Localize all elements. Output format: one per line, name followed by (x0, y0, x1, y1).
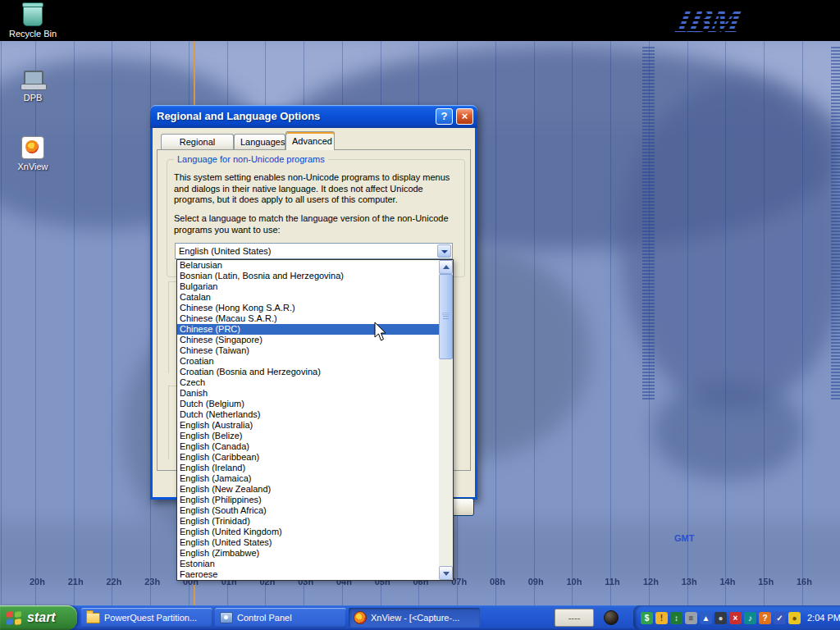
dropdown-item[interactable]: Chinese (Singapore) (177, 335, 439, 345)
list-scrollbar[interactable] (439, 260, 453, 580)
tray-icon-app-dark[interactable]: ● (714, 612, 727, 624)
tray-icon-alert-shield[interactable]: ! (655, 612, 668, 624)
dropdown-item[interactable]: English (United Kingdom) (177, 527, 439, 537)
xnview-icon (21, 136, 44, 159)
desktop: GMT 20h21h22h23h00h01h02h03h04h05h06h07h… (0, 0, 840, 630)
tray-icon-mute[interactable]: × (729, 612, 742, 624)
tray-icon-network[interactable]: ▲ (700, 612, 712, 624)
taskbar-button-control-panel[interactable]: Control Panel (215, 608, 346, 628)
hidden-groupbox-edge (168, 281, 169, 373)
language-combobox[interactable]: English (United States) (175, 243, 453, 259)
start-button-label: start (27, 610, 56, 625)
wallpaper-top-strip: IBM (0, 0, 840, 41)
taskbar-button-label: Control Panel (237, 613, 292, 623)
control-panel-icon (220, 612, 233, 623)
dialog-titlebar[interactable]: Regional and Language Options ? × (150, 105, 477, 128)
groupbox-caption: Language for non-Unicode programs (174, 154, 328, 164)
timezone-hour-label: 13h (682, 577, 697, 587)
dropdown-item[interactable]: English (New Zealand) (177, 484, 439, 495)
dialog-title: Regional and Language Options (157, 105, 320, 128)
desktop-icon-recycle-bin[interactable]: Recycle Bin (7, 5, 59, 39)
desktop-icon-label: DPB (24, 93, 43, 103)
folder-icon (86, 613, 100, 623)
taskbar-button-xnview[interactable]: XnView - [<Capture-... (349, 608, 480, 628)
non-unicode-description: This system setting enables non-Unicode … (174, 172, 463, 206)
desktop-icon-dpb[interactable]: DPB (7, 71, 59, 103)
desktop-icon-xnview[interactable]: XnView (7, 136, 59, 171)
timezone-hour-label: 15h (758, 577, 774, 587)
system-tray: $!↕≡▲●×♪?✓● 2:04 PM (633, 605, 840, 630)
dropdown-item[interactable]: Czech (177, 377, 439, 388)
dropdown-item[interactable]: Bulgarian (177, 281, 439, 292)
ibm-logo-stripes (673, 2, 772, 39)
dropdown-item[interactable]: English (Canada) (177, 441, 439, 452)
ibm-logo: IBM (673, 2, 772, 39)
tray-icon-currency[interactable]: $ (641, 612, 653, 624)
timezone-hour-label: 11h (605, 577, 619, 587)
desktop-icon-label: XnView (17, 162, 48, 171)
dropdown-item[interactable]: Croatian (177, 356, 439, 367)
dropdown-item[interactable]: English (Australia) (177, 420, 439, 431)
taskbar-button-powerquest[interactable]: PowerQuest Partition... (81, 608, 212, 628)
tray-icon-status[interactable]: ● (788, 612, 801, 624)
dropdown-item[interactable]: Catalan (177, 292, 439, 303)
start-button[interactable]: start (0, 605, 77, 630)
dropdown-item[interactable]: Estonian (177, 559, 439, 569)
dropdown-item[interactable]: Chinese (PRC) (177, 324, 439, 335)
timezone-hour-label: 23h (144, 577, 160, 587)
scrollbar-thumb[interactable] (439, 274, 453, 359)
dropdown-item[interactable]: English (United States) (177, 537, 439, 548)
taskbar-button-label: XnView - [<Capture-... (371, 613, 459, 623)
tray-clock[interactable]: 2:04 PM (807, 613, 840, 623)
recycle-bin-icon (23, 5, 43, 26)
non-unicode-instruction: Select a language to match the language … (174, 213, 463, 235)
tray-icons: $!↕≡▲●×♪?✓● (641, 612, 801, 624)
scroll-down-icon[interactable] (439, 566, 453, 580)
tab-advanced[interactable]: Advanced (285, 131, 335, 150)
tab-languages[interactable]: Languages (234, 134, 285, 150)
dropdown-item[interactable]: Bosnian (Latin, Bosnia and Herzegovina) (177, 271, 439, 281)
dropdown-item[interactable]: English (Jamaica) (177, 473, 439, 484)
timezone-hour-label: 07h (451, 577, 467, 587)
timezone-hour-label: 21h (68, 577, 84, 587)
language-dropdown-list: BelarusianBosnian (Latin, Bosnia and Her… (176, 259, 454, 581)
tray-icon-help-app[interactable]: ? (759, 612, 771, 624)
tray-icon-display[interactable]: ≡ (685, 612, 697, 624)
dropdown-item[interactable]: Chinese (Hong Kong S.A.R.) (177, 303, 439, 313)
xnview-icon (354, 611, 367, 624)
dropdown-item[interactable]: English (Zimbabwe) (177, 548, 439, 559)
dropdown-item[interactable]: Croatian (Bosnia and Herzegovina) (177, 367, 439, 377)
tab-regional-options[interactable]: Regional Options (161, 134, 234, 150)
timezone-hour-label: 20h (30, 577, 45, 587)
dropdown-item[interactable]: Dutch (Belgium) (177, 399, 439, 409)
hidden-groupbox-edge (168, 386, 169, 459)
mouse-cursor (374, 322, 389, 343)
scroll-up-icon[interactable] (439, 260, 453, 274)
tray-icon-sync[interactable]: ↕ (670, 612, 682, 624)
help-button[interactable]: ? (436, 108, 453, 125)
close-button[interactable]: × (456, 108, 473, 125)
dropdown-item[interactable]: Chinese (Taiwan) (177, 345, 439, 356)
tray-icon-update[interactable]: ✓ (774, 612, 786, 624)
dropdown-item[interactable]: English (Philippines) (177, 495, 439, 505)
timezone-hatch-bar (642, 47, 655, 399)
tray-icon-volume[interactable]: ♪ (744, 612, 756, 624)
dropdown-item[interactable]: Danish (177, 388, 439, 399)
timezone-hour-label: 08h (490, 577, 505, 587)
timezone-hour-label: 16h (797, 577, 812, 587)
combobox-dropdown-button[interactable] (437, 244, 451, 258)
taskbar-button-label: PowerQuest Partition... (104, 613, 197, 623)
dropdown-item[interactable]: Faeroese (177, 569, 439, 580)
dropdown-item[interactable]: Dutch (Netherlands) (177, 409, 439, 420)
timezone-hour-label: 12h (643, 577, 659, 587)
dropdown-item[interactable]: English (Trinidad) (177, 516, 439, 527)
dropdown-item[interactable]: English (Belize) (177, 431, 439, 441)
dropdown-item[interactable]: English (South Africa) (177, 505, 439, 516)
dropdown-item[interactable]: Belarusian (177, 260, 439, 271)
dropdown-item[interactable]: English (Caribbean) (177, 452, 439, 463)
taskbar-divider-chip[interactable]: ---- (555, 609, 594, 627)
dropdown-item[interactable]: Chinese (Macau S.A.R.) (177, 313, 439, 324)
taskbar-app-icon[interactable] (604, 610, 619, 625)
dropdown-item[interactable]: English (Ireland) (177, 463, 439, 473)
timezone-hour-label: 09h (528, 577, 544, 587)
